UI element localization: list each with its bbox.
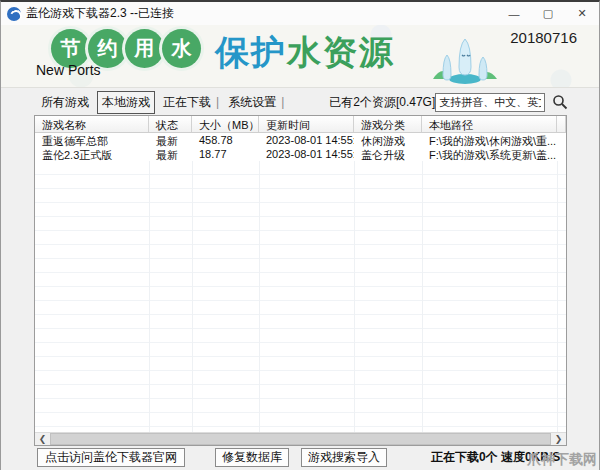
grid-line [149,133,150,432]
grid-line [259,133,260,432]
col-header-category[interactable]: 游戏分类 [354,116,422,132]
circle-char: 用 [125,29,164,68]
cell-size: 458.78 [192,133,259,147]
cell-category: 盖仑升级 [354,147,422,161]
cell-filler [557,133,566,147]
cell-name: 重返德军总部 [35,133,149,147]
cell-path: F:\我的游戏\系统更新\盖... [422,147,557,161]
banner-slogan: 保护水资源 [215,30,395,76]
cell-path: F:\我的游戏\休闲游戏\重... [422,133,557,147]
banner: 节 约 用 水 保护水资源 20180716 New Ports [1,25,599,88]
cell-name: 盖伦2.3正式版 [35,147,149,161]
window-title: 盖伦游戏下载器2.3 --已连接 [26,5,174,22]
tab-separator: | [281,95,284,109]
footer-bar: 点击访问盖伦下载器官网 修复数据库 游戏搜索导入 正在下载0个 速度0KB/S [1,445,599,470]
slogan-blue-text: 保护 [215,33,287,71]
search-area [435,93,568,112]
tab-all-games[interactable]: 所有游戏 [37,92,93,113]
tab-bar: 所有游戏 本地游戏 正在下载| 系统设置| 已有2个资源[0.47G] [1,89,599,115]
app-icon [7,7,21,21]
col-header-size[interactable]: 大小（MB） [192,116,259,132]
window-controls: — ▢ ✕ [497,2,599,25]
cell-updated: 2023-08-01 14:55:05 [259,133,354,147]
col-header-updated[interactable]: 更新时间 [259,116,354,132]
slogan-green-text: 水资源 [287,33,395,71]
search-icon[interactable] [552,94,568,110]
cell-size: 18.77 [192,147,259,161]
maximize-button[interactable]: ▢ [531,2,565,25]
col-header-path[interactable]: 本地路径 [422,116,557,132]
title-bar: 盖伦游戏下载器2.3 --已连接 — ▢ ✕ [1,2,599,25]
cell-filler [557,147,566,161]
col-header-status[interactable]: 状态 [149,116,192,132]
table-body: 重返德军总部 最新 458.78 2023-08-01 14:55:05 休闲游… [35,133,566,432]
cell-category: 休闲游戏 [354,133,422,147]
tab-local-games[interactable]: 本地游戏 [97,91,155,114]
visit-official-site-button[interactable]: 点击访问盖伦下载器官网 [37,448,185,467]
circle-char: 水 [162,29,201,68]
search-input[interactable] [435,93,545,112]
scrollbar-thumb[interactable] [50,433,551,445]
grid-line [354,133,355,432]
banner-date: 20180716 [510,29,577,46]
resource-summary: 已有2个资源[0.47G] [329,94,435,111]
grid-line [192,133,193,432]
cell-status: 最新 [149,133,192,147]
horizontal-scrollbar[interactable]: ❮ ❯ [35,432,566,445]
scroll-right-arrow-icon[interactable]: ❯ [551,433,566,445]
cell-updated: 2023-08-01 14:55:03 [259,147,354,161]
repair-database-button[interactable]: 修复数据库 [215,448,289,467]
tab-separator: | [216,95,219,109]
games-table: 游戏名称 状态 大小（MB） 更新时间 游戏分类 本地路径 重返德军总部 最新 … [34,115,567,446]
new-ports-label: New Ports [36,62,101,78]
table-row[interactable]: 重返德军总部 最新 458.78 2023-08-01 14:55:05 休闲游… [35,133,566,147]
close-button[interactable]: ✕ [565,2,599,25]
tab-settings[interactable]: 系统设置 [224,92,280,113]
game-search-import-button[interactable]: 游戏搜索导入 [301,448,387,467]
cell-status: 最新 [149,147,192,161]
col-header-filler [557,116,566,132]
scroll-left-arrow-icon[interactable]: ❮ [35,433,50,445]
grid-line [557,133,558,432]
grid-line [422,133,423,432]
watermark: 爪神下载网 [527,451,597,469]
minimize-button[interactable]: — [497,2,531,25]
water-drop-mascots-icon [429,33,501,85]
table-header-row: 游戏名称 状态 大小（MB） 更新时间 游戏分类 本地路径 [35,116,566,133]
col-header-name[interactable]: 游戏名称 [35,116,149,132]
tab-downloading[interactable]: 正在下载 [159,92,215,113]
app-window: 盖伦游戏下载器2.3 --已连接 — ▢ ✕ 节 约 用 水 保护水资源 201… [0,0,600,470]
table-row[interactable]: 盖伦2.3正式版 最新 18.77 2023-08-01 14:55:03 盖仑… [35,147,566,161]
